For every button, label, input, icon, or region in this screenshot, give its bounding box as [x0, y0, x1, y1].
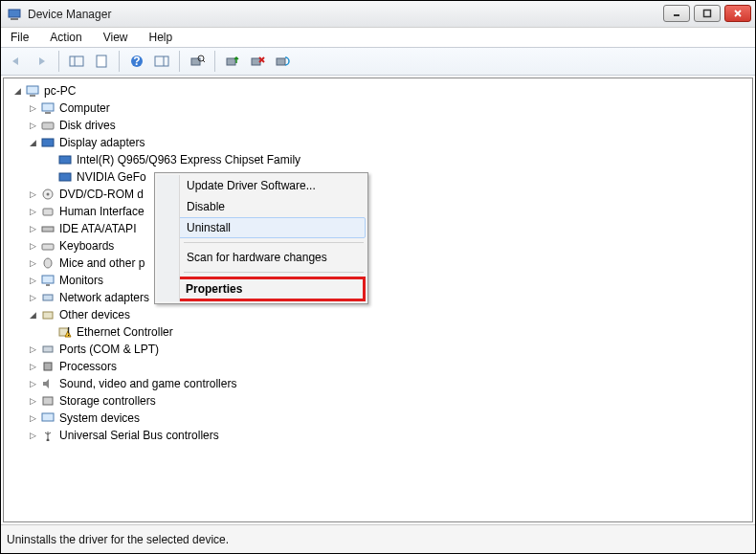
tree-label: Disk drives	[59, 119, 116, 132]
svg-point-45	[47, 439, 50, 442]
toolbar: ?	[1, 47, 755, 76]
device-tree[interactable]: ◢ pc-PC ▷ Computer ▷ Disk drives ◢ Displ…	[3, 78, 753, 522]
tree-intel-adapter[interactable]: Intel(R) Q965/Q963 Express Chipset Famil…	[6, 151, 750, 168]
expand-icon[interactable]: ▷	[27, 275, 38, 286]
expand-icon[interactable]: ▷	[27, 412, 38, 424]
svg-rect-33	[42, 244, 54, 250]
svg-rect-42	[44, 363, 52, 370]
tree-network-adapters[interactable]: ▷ Network adapters	[6, 289, 750, 306]
action-pane-button[interactable]	[150, 50, 173, 73]
display-adapter-icon	[57, 169, 73, 185]
expand-icon[interactable]: ▷	[27, 240, 38, 252]
optical-drive-icon	[40, 187, 56, 202]
menu-view[interactable]: View	[100, 30, 132, 45]
svg-rect-8	[97, 55, 106, 67]
expand-icon[interactable]: ▷	[27, 361, 38, 372]
ctx-update-driver[interactable]: Update Driver Software...	[157, 175, 366, 196]
status-bar: Uninstalls the driver for the selected d…	[1, 524, 755, 553]
context-menu-gutter	[157, 175, 180, 301]
tree-storage[interactable]: ▷ Storage controllers	[6, 392, 750, 410]
ctx-scan-hardware[interactable]: Scan for hardware changes	[157, 247, 366, 268]
usb-icon	[40, 428, 56, 443]
menu-action[interactable]: Action	[46, 30, 85, 45]
tree-disk-drives[interactable]: ▷ Disk drives	[6, 117, 750, 134]
expand-icon[interactable]: ▷	[27, 206, 38, 217]
svg-rect-44	[42, 413, 54, 421]
minimize-button[interactable]	[663, 5, 690, 22]
collapse-icon[interactable]: ◢	[27, 309, 38, 321]
tree-mice[interactable]: ▷ Mice and other p	[6, 255, 750, 272]
maximize-button[interactable]	[694, 5, 721, 22]
expand-icon[interactable]: ▷	[27, 223, 38, 234]
svg-rect-23	[42, 103, 54, 111]
svg-rect-28	[59, 173, 71, 181]
tree-label: DVD/CD-ROM d	[59, 188, 144, 201]
ctx-disable[interactable]: Disable	[157, 196, 366, 217]
tree-sound[interactable]: ▷ Sound, video and game controllers	[6, 375, 750, 392]
toolbar-separator	[214, 51, 215, 72]
expand-icon[interactable]: ▷	[27, 343, 38, 355]
collapse-icon[interactable]: ◢	[11, 85, 23, 97]
svg-rect-20	[277, 58, 285, 65]
tree-label: Intel(R) Q965/Q963 Express Chipset Famil…	[77, 153, 300, 166]
tree-ports[interactable]: ▷ Ports (COM & LPT)	[6, 341, 750, 358]
expand-icon[interactable]: ▷	[27, 188, 38, 200]
disk-icon	[40, 118, 56, 133]
expand-icon[interactable]: ▷	[27, 102, 38, 114]
tree-computer[interactable]: ▷ Computer	[6, 100, 750, 117]
expand-icon[interactable]: ▷	[27, 395, 38, 407]
svg-rect-37	[43, 295, 53, 300]
svg-line-15	[203, 60, 205, 62]
tree-monitors[interactable]: ▷ Monitors	[6, 272, 750, 289]
context-menu-separator	[184, 272, 364, 273]
show-hide-console-tree-button[interactable]	[65, 50, 88, 73]
tree-display-adapters[interactable]: ◢ Display adapters	[6, 134, 750, 151]
svg-point-30	[47, 193, 50, 196]
back-button[interactable]	[5, 50, 28, 73]
uninstall-button[interactable]	[246, 50, 269, 73]
svg-rect-31	[43, 209, 53, 215]
tree-hid[interactable]: ▷ Human Interface	[6, 203, 750, 220]
tree-root-label: pc-PC	[44, 84, 76, 98]
keyboard-icon	[40, 238, 56, 254]
tree-dvd[interactable]: ▷ DVD/CD-ROM d	[6, 186, 750, 203]
svg-rect-24	[45, 112, 51, 114]
no-expand-icon	[44, 154, 56, 166]
menu-file[interactable]: File	[7, 30, 33, 45]
tree-other-devices[interactable]: ◢ Other devices	[6, 306, 750, 323]
expand-icon[interactable]: ▷	[27, 378, 38, 389]
tree-ethernet-controller[interactable]: ! Ethernet Controller	[6, 323, 750, 341]
update-driver-button[interactable]	[221, 50, 244, 73]
expand-icon[interactable]: ▷	[27, 257, 38, 269]
tree-label: Monitors	[59, 274, 103, 287]
window-buttons	[659, 5, 751, 24]
ctx-properties[interactable]: Properties	[157, 277, 366, 301]
tree-processors[interactable]: ▷ Processors	[6, 358, 750, 375]
collapse-icon[interactable]: ◢	[27, 137, 38, 148]
display-adapter-icon	[40, 135, 56, 150]
help-button[interactable]: ?	[125, 50, 148, 73]
forward-button[interactable]	[30, 50, 53, 73]
close-button[interactable]	[724, 5, 751, 22]
tree-keyboards[interactable]: ▷ Keyboards	[6, 237, 750, 255]
expand-icon[interactable]: ▷	[27, 120, 38, 131]
tree-root[interactable]: ◢ pc-PC	[6, 82, 750, 100]
scan-hardware-button[interactable]	[186, 50, 209, 73]
status-text: Uninstalls the driver for the selected d…	[7, 533, 229, 546]
properties-button[interactable]	[90, 50, 113, 73]
tree-label: Sound, video and game controllers	[59, 377, 236, 390]
tree-label: Computer	[59, 101, 110, 115]
no-expand-icon	[44, 326, 56, 338]
disable-button[interactable]	[271, 50, 294, 73]
tree-system-devices[interactable]: ▷ System devices	[6, 410, 750, 427]
ctx-uninstall[interactable]: Uninstall	[157, 217, 366, 238]
menu-help[interactable]: Help	[145, 30, 177, 45]
expand-icon[interactable]: ▷	[27, 430, 38, 441]
tree-usb[interactable]: ▷ Universal Serial Bus controllers	[6, 427, 750, 444]
tree-ide[interactable]: ▷ IDE ATA/ATAPI	[6, 220, 750, 237]
display-adapter-icon	[57, 152, 73, 167]
svg-rect-22	[30, 95, 35, 97]
svg-text:!: !	[67, 326, 70, 338]
tree-nvidia-adapter[interactable]: NVIDIA GeFo	[6, 168, 750, 186]
expand-icon[interactable]: ▷	[27, 292, 38, 303]
